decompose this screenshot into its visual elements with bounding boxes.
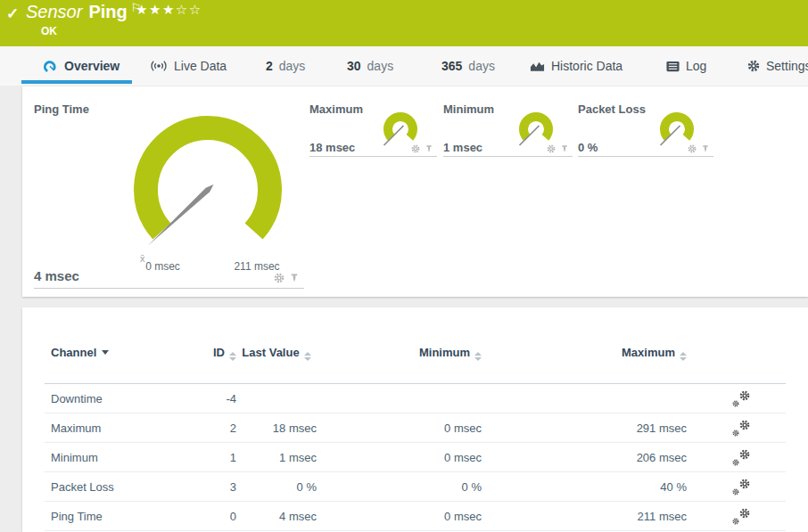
column-header-minimum[interactable]: Minimum: [317, 346, 482, 361]
column-header-channel[interactable]: Channel: [45, 346, 187, 360]
tab-log[interactable]: Log: [666, 46, 706, 86]
channels-table-card: Channel ID Last Value Minimum Maximum Do…: [22, 307, 808, 532]
channel-name[interactable]: Maximum: [45, 422, 187, 435]
sort-desc-icon: [102, 350, 109, 355]
gauge-value: 4 msec: [34, 268, 79, 283]
log-list-icon: [666, 61, 680, 72]
channel-id: -4: [187, 392, 236, 405]
sensor-name[interactable]: Ping: [88, 2, 127, 21]
page-title: SensorPing⚐: [26, 1, 141, 22]
table-row-downtime: Downtime -4: [45, 384, 786, 413]
gauge-scale-max: 211 msec: [229, 260, 284, 273]
column-header-maximum[interactable]: Maximum: [482, 346, 687, 361]
sort-icon: [680, 352, 687, 361]
tab-number: 365: [441, 59, 462, 73]
table-row-ping-time: Ping Time 0 4 msec 0 msec 211 msec: [45, 502, 786, 531]
gear-icon: [747, 60, 760, 72]
table-header-row: Channel ID Last Value Minimum Maximum: [45, 346, 786, 361]
channel-settings-icon[interactable]: [731, 479, 750, 495]
gear-icon[interactable]: [547, 144, 556, 153]
live-signal-icon: [150, 60, 168, 72]
priority-stars[interactable]: ★★★☆☆: [136, 2, 202, 18]
sort-icon: [474, 352, 482, 361]
gauge-arc: [146, 127, 270, 231]
tab-label: Settings: [766, 59, 808, 73]
gauge-panel-maximum: Maximum 18 msec: [309, 97, 437, 157]
channel-name[interactable]: Downtime: [45, 392, 187, 405]
channel-last-value: 18 msec: [236, 422, 317, 435]
pin-icon[interactable]: [560, 144, 569, 153]
channel-minimum: 0 msec: [317, 510, 482, 523]
pin-icon[interactable]: [289, 273, 300, 283]
tab-label: Live Data: [174, 59, 227, 73]
channel-minimum: 0 %: [317, 480, 482, 494]
ok-check-icon: ✓: [6, 4, 19, 23]
table-row-packet-loss: Packet Loss 3 0 % 0 % 40 %: [45, 472, 786, 502]
column-header-last-value[interactable]: Last Value: [236, 346, 317, 361]
status-badge: OK: [41, 25, 57, 37]
channel-settings-icon[interactable]: [731, 508, 750, 525]
gauge-title: Ping Time: [34, 102, 89, 116]
channel-minimum: 0 msec: [317, 451, 482, 464]
channel-name[interactable]: Ping Time: [45, 510, 187, 523]
channel-minimum: 0 msec: [317, 422, 482, 435]
tab-label: Overview: [64, 59, 120, 73]
tab-bar: Overview Live Data 2 days 30 days 365 da…: [0, 46, 808, 86]
gear-icon[interactable]: [274, 273, 284, 283]
gauge-value: 1 msec: [443, 141, 482, 154]
area-chart-icon: [530, 60, 545, 72]
tab-settings[interactable]: Settings: [747, 46, 808, 86]
channel-name[interactable]: Packet Loss: [45, 480, 187, 494]
tab-label: days: [367, 59, 394, 73]
channel-id: 0: [187, 510, 236, 523]
channel-id: 3: [187, 480, 236, 494]
gauge-title: Maximum: [309, 102, 363, 116]
pin-icon[interactable]: [701, 144, 710, 153]
channel-settings-icon[interactable]: [731, 449, 750, 466]
tab-label: Log: [686, 59, 706, 73]
tab-label: days: [468, 59, 495, 73]
channel-settings-icon[interactable]: [731, 390, 750, 407]
channel-maximum: 211 msec: [482, 510, 687, 523]
sensor-status-banner: ✓ SensorPing⚐ ★★★☆☆ OK: [0, 0, 808, 46]
table-row-maximum: Maximum 2 18 msec 0 msec 291 msec: [45, 413, 786, 443]
tab-30-days[interactable]: 30 days: [347, 46, 393, 86]
tab-historic-data[interactable]: Historic Data: [530, 46, 622, 86]
table-body: Downtime -4 Maximum 2 18 msec 0 msec 291…: [45, 384, 786, 531]
sensor-type-label: Sensor: [26, 2, 82, 21]
channel-maximum: 291 msec: [482, 422, 687, 435]
gauge-panel-packet-loss: Packet Loss 0 %: [578, 97, 713, 157]
ping-time-gauge: x̄: [119, 105, 297, 267]
channel-maximum: 40 %: [482, 480, 687, 494]
gauge-value: 18 msec: [309, 141, 355, 154]
gauge-title: Packet Loss: [578, 102, 646, 116]
channel-settings-icon[interactable]: [731, 420, 750, 437]
gear-icon[interactable]: [411, 144, 420, 153]
column-header-id[interactable]: ID: [187, 346, 236, 361]
tab-number: 30: [347, 59, 361, 73]
gauge-title: Minimum: [443, 102, 494, 116]
tab-2-days[interactable]: 2 days: [266, 46, 305, 86]
tab-label: Historic Data: [551, 59, 622, 73]
tab-label: days: [279, 59, 306, 73]
pin-icon[interactable]: [425, 144, 433, 153]
channel-id: 2: [187, 422, 236, 435]
gauge-value: 0 %: [578, 141, 598, 154]
gauge-panel-ping-time: Ping Time x̄ 0 msec 211 msec 4 msec: [34, 97, 304, 289]
channel-last-value: 0 %: [236, 480, 317, 494]
gauge-icon: [43, 59, 58, 73]
sort-icon: [229, 352, 236, 361]
gauges-card: Ping Time x̄ 0 msec 211 msec 4 msec Maxi…: [22, 86, 808, 297]
gear-icon[interactable]: [688, 144, 697, 153]
channel-last-value: 1 msec: [236, 451, 317, 464]
channel-id: 1: [187, 451, 236, 464]
active-tab-underline: [21, 80, 132, 84]
channel-maximum: 206 msec: [482, 451, 687, 464]
sort-icon: [304, 352, 311, 361]
tab-live-data[interactable]: Live Data: [150, 46, 227, 86]
channel-name[interactable]: Minimum: [45, 451, 187, 464]
gauge-panel-minimum: Minimum 1 msec: [443, 97, 573, 157]
table-row-minimum: Minimum 1 1 msec 0 msec 206 msec: [45, 443, 786, 472]
tab-number: 2: [266, 59, 273, 73]
tab-365-days[interactable]: 365 days: [441, 46, 495, 86]
